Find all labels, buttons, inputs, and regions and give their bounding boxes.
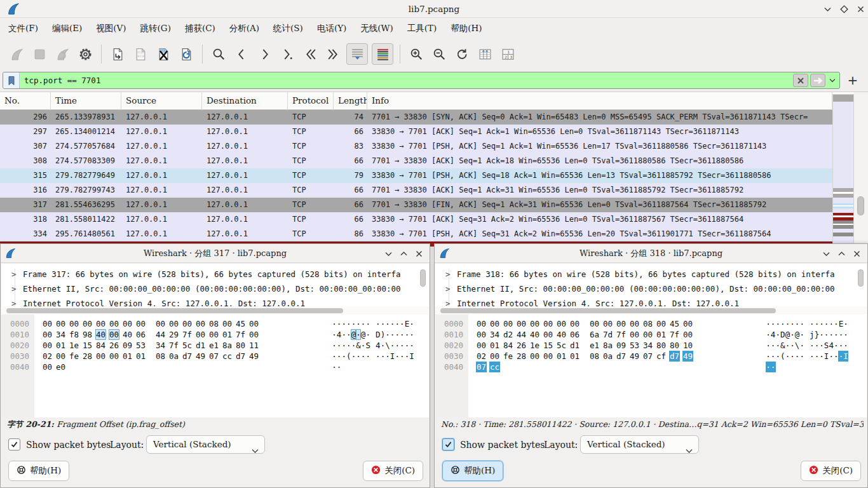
layout-combobox[interactable]: Vertical (Stacked) [580, 435, 699, 454]
hex-byte[interactable]: 06 [135, 329, 146, 340]
menu-item-10[interactable]: 工具(T) [400, 18, 444, 38]
hex-byte[interactable]: 06 [569, 329, 580, 340]
packet-row-307[interactable]: 307274.577057684127.0.0.1127.0.0.1TCP833… [0, 139, 832, 154]
dialog-maximize-icon[interactable] [398, 248, 409, 259]
hex-byte[interactable]: f8 [69, 329, 79, 340]
hex-byte[interactable]: 00 [682, 329, 693, 340]
hex-byte[interactable]: 00 [195, 318, 206, 329]
hex-byte[interactable]: d2 [503, 329, 513, 340]
dialog-minimize-icon[interactable] [821, 248, 832, 259]
hex-byte[interactable]: e1 [589, 340, 600, 351]
hex-byte[interactable]: 01 [135, 351, 146, 362]
hex-byte[interactable]: 00 [42, 318, 53, 329]
window-close-icon[interactable] [855, 4, 866, 15]
filter-bookmark-icon[interactable] [3, 72, 20, 88]
filter-text[interactable]: tcp.port == 7701 [20, 76, 793, 85]
save-file-button[interactable]: 01010110 [131, 44, 150, 64]
hex-byte[interactable]: 84 [95, 340, 106, 351]
hex-byte[interactable]: 00 [529, 318, 540, 329]
ascii-char[interactable]: · [365, 318, 370, 329]
hex-byte[interactable]: 00 [682, 318, 693, 329]
hex-byte[interactable]: 00 [55, 351, 66, 362]
hex-byte[interactable]: 44 [155, 329, 166, 340]
hex-byte[interactable]: 09 [122, 340, 133, 351]
menu-item-5[interactable]: 捕获(C) [178, 18, 222, 38]
packet-list-scrollbar[interactable] [854, 92, 868, 244]
hex-byte[interactable]: 7f [235, 329, 246, 340]
hex-byte[interactable]: d1 [195, 340, 206, 351]
filter-clear-icon[interactable] [793, 74, 808, 87]
ascii-char[interactable]: · [799, 329, 804, 340]
hex-byte[interactable]: e0 [55, 362, 66, 372]
hex-byte[interactable]: 5c [182, 340, 193, 351]
ascii-char[interactable]: · [337, 362, 342, 372]
stop-capture-button[interactable] [30, 44, 49, 64]
tree-hscrollbar-thumb[interactable] [6, 308, 343, 313]
filter-add-button[interactable]: + [845, 72, 860, 88]
hex-byte[interactable]: 29 [168, 329, 179, 340]
show-packet-bytes-checkbox[interactable] [442, 438, 454, 451]
hex-byte[interactable]: 08 [155, 351, 166, 362]
column-header-protocol[interactable]: Protocol [288, 92, 334, 110]
help-button[interactable]: 帮助(H) [442, 461, 503, 481]
layout-combobox[interactable]: Vertical (Stacked) [146, 435, 265, 454]
hex-dump-pane[interactable]: 000000000000000000000000000008004500····… [1, 315, 429, 417]
packet-row-297[interactable]: 297265.134001214127.0.0.1127.0.0.1TCP663… [0, 125, 832, 139]
tree-row[interactable]: >Internet Protocol Version 4, Src: 127.0… [1, 296, 420, 306]
ascii-char[interactable]: · [409, 340, 414, 351]
hex-byte[interactable]: d7 [669, 351, 680, 362]
column-header-no[interactable]: No. [0, 92, 51, 110]
last-packet-button[interactable] [323, 44, 342, 64]
ascii-char[interactable]: · [799, 351, 804, 362]
find-packet-button[interactable] [209, 44, 228, 64]
dialog-minimize-icon[interactable] [383, 248, 394, 259]
filter-apply-icon[interactable] [810, 74, 825, 87]
hex-byte[interactable]: 00 [642, 329, 653, 340]
hex-byte[interactable]: 49 [682, 351, 693, 362]
hex-byte[interactable]: 7f [669, 329, 680, 340]
hex-byte[interactable]: 26 [516, 340, 527, 351]
hex-byte[interactable]: 00 [656, 318, 667, 329]
hex-byte[interactable]: 80 [656, 340, 667, 351]
hex-byte[interactable]: d7 [616, 351, 627, 362]
hex-byte[interactable]: 00 [135, 318, 146, 329]
packet-row-334[interactable]: 334295.761480561127.0.0.1127.0.0.1TCP863… [0, 227, 832, 241]
expander-icon[interactable]: > [445, 296, 451, 306]
hex-byte[interactable]: fe [69, 351, 79, 362]
hex-byte[interactable]: 00 [109, 318, 119, 329]
tree-hscrollbar[interactable] [1, 306, 429, 315]
tree-row[interactable]: >Ethernet II, Src: 00:00:00_00:00:00 (00… [1, 281, 420, 296]
hex-byte[interactable]: 15 [543, 340, 553, 351]
hex-byte[interactable]: 07 [642, 351, 653, 362]
hex-byte[interactable]: 10 [682, 340, 693, 351]
hex-byte[interactable]: 44 [516, 329, 527, 340]
hex-byte[interactable]: 00 [42, 329, 53, 340]
hex-byte[interactable]: 00 [529, 351, 540, 362]
hex-byte[interactable]: 40 [95, 329, 106, 340]
hex-byte[interactable]: 00 [248, 318, 259, 329]
column-header-info[interactable]: Info [367, 92, 832, 110]
hex-byte[interactable]: 00 [489, 318, 500, 329]
menu-item-11[interactable]: 帮助(H) [444, 18, 489, 38]
ascii-char[interactable]: · [409, 329, 414, 340]
hex-row-0030[interactable]: 00300200fe2800000101080ad74907ccd749···(… [1, 351, 429, 362]
display-filter-input[interactable]: tcp.port == 7701 [3, 72, 840, 89]
menu-item-8[interactable]: 电话(Y) [310, 18, 353, 38]
packet-row-316[interactable]: 316279.782799743127.0.0.1127.0.0.1TCP667… [0, 183, 832, 198]
hex-byte[interactable]: 40 [529, 329, 540, 340]
hex-byte[interactable]: 34 [155, 340, 166, 351]
hex-byte[interactable]: d7 [235, 351, 246, 362]
expander-icon[interactable]: > [11, 281, 17, 296]
menu-item-1[interactable]: 文件(F) [1, 18, 45, 38]
go-back-button[interactable] [232, 44, 251, 64]
hex-byte[interactable]: 0a [168, 351, 179, 362]
hex-byte[interactable]: 45 [235, 318, 246, 329]
capture-options-button[interactable] [76, 44, 95, 64]
dialog-close-icon[interactable] [851, 248, 862, 259]
ascii-char[interactable]: · [843, 340, 848, 351]
hex-byte[interactable]: 40 [122, 329, 133, 340]
expander-icon[interactable]: > [11, 296, 17, 306]
hex-byte[interactable]: cc [222, 351, 233, 362]
hex-byte[interactable]: 34 [642, 340, 653, 351]
hex-byte[interactable]: 00 [95, 318, 106, 329]
